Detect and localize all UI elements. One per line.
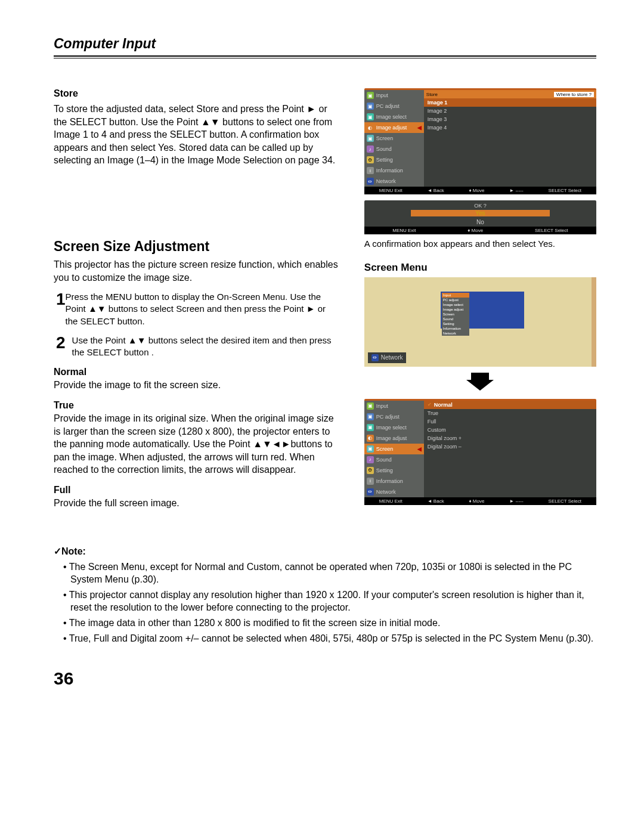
step-number: 2: [56, 335, 72, 359]
osd-side-info: iInformation: [364, 476, 424, 487]
image-adjust-icon: ◐: [367, 124, 374, 131]
osd-side-image-select: ▣Image select: [364, 112, 424, 122]
option-normal-head: Normal: [54, 367, 340, 377]
osd-screen-screenshot: ▣Input ▣PC adjust ▣Image select ◐Image a…: [364, 399, 596, 505]
osd-side-setting: ⚙Setting: [364, 465, 424, 476]
sound-icon: ♪: [367, 456, 374, 463]
osd-side-menu: ▣Input ▣PC adjust ▣Image select ◐Image a…: [364, 401, 424, 497]
page-title: Computer Input: [54, 36, 596, 52]
option-full-text: Provide the full screen image.: [54, 497, 340, 510]
arrow-down-icon: [364, 371, 596, 394]
option-full-head: Full: [54, 485, 340, 496]
note-item: The Screen Menu, except for Normal and C…: [70, 561, 596, 586]
pc-icon: ▣: [367, 413, 374, 420]
screen-icon: ▣: [367, 135, 374, 142]
note-item: True, Full and Digital zoom +/– cannot b…: [70, 632, 596, 645]
osd-side-input: ▣Input: [364, 90, 424, 101]
chevron-icon: ◀: [417, 125, 422, 131]
page: Computer Input Store To store the adjust…: [0, 0, 644, 707]
store-heading: Store: [54, 88, 340, 99]
step-1: 1 Press the MENU button to display the O…: [56, 291, 340, 327]
osd-image-2: Image 2: [424, 107, 596, 115]
image-adjust-icon: ◐: [367, 435, 374, 442]
osd-side-pc-adjust: ▣PC adjust: [364, 101, 424, 112]
option-true-text: Provide the image in its original size. …: [54, 412, 340, 476]
osd-side-sound: ♪Sound: [364, 454, 424, 465]
osd-side-pc-adjust: ▣PC adjust: [364, 411, 424, 422]
confirm-caption: A confirmation box appears and then sele…: [364, 238, 596, 250]
network-badge: ⇔ Network: [368, 352, 407, 363]
osd-hint-bar: MENU Exit ◄ Back ♦ Move ► ----- SELECT S…: [364, 497, 596, 505]
page-number: 36: [54, 668, 596, 689]
sound-icon: ♪: [367, 145, 374, 153]
screen-size-intro: This projector has the picture screen re…: [54, 258, 340, 284]
step-number: 1: [56, 291, 66, 327]
osd-side-menu: ▣Input ▣PC adjust ▣Image select ◐Image a…: [364, 90, 424, 187]
osd-store-screenshot: ▣Input ▣PC adjust ▣Image select ◐Image a…: [364, 88, 596, 194]
osd-side-image-adjust: ◐Image adjust: [364, 433, 424, 444]
step-2: 2 Use the Point ▲▼ buttons select the de…: [56, 335, 340, 359]
osd-main-panel: Normal True Full Custom Digital zoom + D…: [424, 401, 596, 497]
osd-normal: Normal: [424, 401, 596, 409]
step-text: Use the Point ▲▼ buttons select the desi…: [72, 335, 340, 359]
info-icon: i: [367, 167, 374, 174]
network-icon: ⇔: [367, 178, 374, 185]
osd-side-setting: ⚙Setting: [364, 154, 424, 165]
osd-side-input: ▣Input: [364, 401, 424, 411]
note-block: ✓Note: The Screen Menu, except for Norma…: [54, 546, 596, 645]
option-normal-text: Provide the image to fit the screen size…: [54, 379, 340, 392]
osd-full: Full: [424, 417, 596, 426]
osd-image-4: Image 4: [424, 123, 596, 132]
confirm-yes: Yes: [411, 210, 550, 216]
osd-main-panel: Store Where to store ? Image 1 Image 2 I…: [424, 90, 596, 187]
osd-true: True: [424, 409, 596, 417]
mini-osd: Input PC adjust Image select Image adjus…: [441, 292, 524, 329]
osd-side-sound: ♪Sound: [364, 144, 424, 154]
image-select-icon: ▣: [367, 424, 374, 431]
store-body: To store the adjusted data, select Store…: [54, 103, 340, 167]
confirm-no: No: [364, 218, 596, 227]
note-heading: ✓Note:: [54, 546, 596, 557]
osd-side-image-select: ▣Image select: [364, 422, 424, 433]
two-column-layout: Store To store the adjusted data, select…: [54, 88, 596, 510]
chevron-icon: ◀: [417, 446, 422, 452]
osd-custom: Custom: [424, 426, 596, 434]
note-item: This projector cannot display any resolu…: [70, 589, 596, 614]
network-icon: ⇔: [367, 488, 374, 496]
osd-side-info: iInformation: [364, 165, 424, 176]
input-icon: ▣: [367, 402, 374, 410]
screen-menu-heading: Screen Menu: [364, 262, 596, 274]
right-column: ▣Input ▣PC adjust ▣Image select ◐Image a…: [364, 88, 596, 510]
osd-hint-bar: MENU Exit ◄ Back ♦ Move ► ----- SELECT S…: [364, 187, 596, 194]
osd-zoom-plus: Digital zoom +: [424, 434, 596, 442]
option-true-head: True: [54, 400, 340, 411]
left-column: Store To store the adjusted data, select…: [54, 88, 340, 510]
note-list: The Screen Menu, except for Normal and C…: [54, 561, 596, 645]
pc-icon: ▣: [367, 103, 374, 110]
confirm-title: OK ?: [364, 203, 596, 209]
osd-side-network: ⇔Network: [364, 176, 424, 187]
osd-side-screen: ▣Screen◀: [364, 444, 424, 454]
osd-main-bar: Store Where to store ?: [424, 90, 596, 98]
image-select-icon: ▣: [367, 113, 374, 120]
osd-side-image-adjust: ◐Image adjust◀: [364, 122, 424, 133]
note-item: The image data in other than 1280 x 800 …: [70, 617, 596, 630]
projection-preview: Input PC adjust Image select Image adjus…: [364, 277, 596, 367]
rule-thin: [54, 58, 596, 58]
screen-size-heading: Screen Size Adjustment: [54, 239, 340, 255]
confirm-hint-bar: MENU Exit ♦ Move SELECT Select: [364, 227, 596, 234]
osd-side-network: ⇔Network: [364, 487, 424, 497]
network-icon: ⇔: [371, 354, 379, 361]
osd-image-1: Image 1: [424, 98, 596, 107]
input-icon: ▣: [367, 92, 374, 99]
step-text: Press the MENU button to display the On-…: [66, 291, 340, 327]
setting-icon: ⚙: [367, 467, 374, 474]
setting-icon: ⚙: [367, 156, 374, 163]
rule-thick: [54, 55, 596, 57]
osd-image-3: Image 3: [424, 115, 596, 123]
screen-icon: ▣: [367, 445, 374, 453]
osd-confirm-box: OK ? Yes No MENU Exit ♦ Move SELECT Sele…: [364, 200, 596, 234]
osd-zoom-minus: Digital zoom –: [424, 442, 596, 451]
info-icon: i: [367, 478, 374, 485]
osd-side-screen: ▣Screen: [364, 133, 424, 144]
